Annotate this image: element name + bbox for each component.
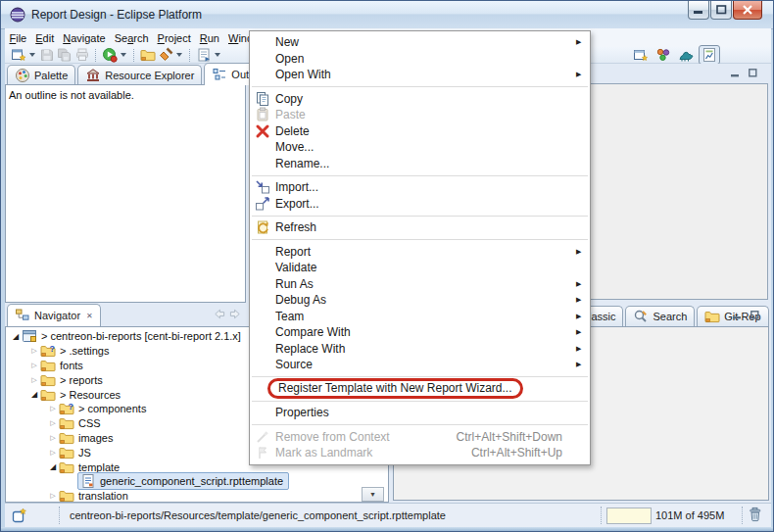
new-button[interactable] bbox=[10, 47, 38, 64]
collapsed-arrow-icon[interactable]: ▷ bbox=[47, 492, 59, 500]
tab-label: Search bbox=[653, 311, 687, 322]
context-menu-item-debug-as[interactable]: Debug As▶ bbox=[250, 292, 590, 309]
context-menu-item-open-with[interactable]: Open With▶ bbox=[250, 67, 590, 83]
import-icon bbox=[250, 179, 275, 195]
tree-item-label: > Resources bbox=[57, 389, 123, 401]
expanded-arrow-icon[interactable]: ◢ bbox=[10, 332, 22, 341]
camel-perspective-button[interactable] bbox=[676, 46, 696, 64]
context-menu-item-properties[interactable]: Properties bbox=[250, 405, 590, 421]
menubar-search[interactable]: Search bbox=[110, 30, 153, 46]
submenu-arrow-icon: ▶ bbox=[576, 280, 590, 288]
tab-navigator[interactable]: Navigator✕ bbox=[7, 304, 101, 326]
context-menu-item-compare-with[interactable]: Compare With▶ bbox=[250, 324, 590, 341]
back-arrow-icon[interactable] bbox=[213, 309, 225, 319]
plugins-perspective-button[interactable] bbox=[653, 46, 673, 64]
collapsed-arrow-icon[interactable]: ▷ bbox=[47, 405, 59, 412]
delete-icon bbox=[250, 123, 275, 139]
highlighter-button[interactable] bbox=[157, 47, 185, 64]
trash-icon bbox=[748, 506, 763, 523]
context-menu-item-import[interactable]: Import... bbox=[250, 179, 590, 196]
menu-item-label: Rename... bbox=[275, 157, 329, 170]
run-button[interactable] bbox=[101, 47, 129, 64]
context-menu-item-source[interactable]: Source▶ bbox=[250, 357, 590, 373]
menu-shortcut: Ctrl+Alt+Shift+Down bbox=[457, 430, 576, 444]
context-menu-item-rename[interactable]: Rename... bbox=[250, 156, 590, 172]
tree-item-label: > components bbox=[75, 403, 149, 414]
scroll-down-button[interactable]: ▼ bbox=[362, 487, 384, 502]
collapsed-arrow-icon[interactable]: ▷ bbox=[47, 434, 59, 442]
menubar-file[interactable]: File bbox=[5, 30, 31, 46]
minimize-panel-button[interactable] bbox=[731, 310, 744, 320]
minimize-button[interactable] bbox=[688, 1, 709, 20]
outline-message: An outline is not available. bbox=[6, 85, 245, 105]
heap-status-bar bbox=[606, 508, 652, 524]
context-menu-item-new[interactable]: New▶ bbox=[250, 34, 590, 51]
maximize-panel-button[interactable] bbox=[747, 68, 759, 78]
context-menu-item-report[interactable]: Report▶ bbox=[250, 244, 590, 261]
maximize-panel-button[interactable] bbox=[749, 310, 761, 320]
context-menu-item-open[interactable]: Open bbox=[250, 51, 590, 68]
tree-item-label: generic_component_script.rpttemplate bbox=[97, 475, 286, 487]
report-design-perspective-button[interactable] bbox=[699, 45, 720, 65]
submenu-arrow-icon: ▶ bbox=[576, 361, 590, 368]
new-perspective-button[interactable] bbox=[631, 46, 651, 64]
forward-arrow-icon[interactable] bbox=[229, 309, 242, 319]
menu-separator bbox=[252, 239, 588, 240]
folder-icon bbox=[59, 488, 75, 503]
report-template-file-icon bbox=[80, 473, 97, 489]
context-menu-item-run-as[interactable]: Run As▶ bbox=[250, 276, 590, 293]
collapsed-arrow-icon[interactable]: ▷ bbox=[47, 419, 59, 427]
open-file-button[interactable] bbox=[139, 47, 157, 64]
tab-search[interactable]: Search bbox=[625, 306, 695, 326]
tab-resource-explorer[interactable]: Resource Explorer bbox=[77, 65, 202, 85]
maximize-button[interactable] bbox=[710, 1, 732, 20]
expanded-arrow-icon[interactable]: ◢ bbox=[28, 390, 40, 399]
selected-item-box: generic_component_script.rpttemplate bbox=[77, 472, 289, 490]
close-tab-icon[interactable]: ✕ bbox=[86, 312, 93, 320]
panel-minimize-icon bbox=[733, 311, 742, 319]
folder-icon bbox=[40, 387, 57, 403]
menu-separator bbox=[252, 86, 588, 87]
tree-item-translation[interactable]: ▷translation bbox=[6, 489, 388, 503]
tab-palette[interactable]: Palette bbox=[7, 65, 75, 85]
collapsed-arrow-icon[interactable]: ▷ bbox=[47, 449, 59, 457]
tree-item-label: images bbox=[75, 432, 116, 444]
external-tools-button[interactable] bbox=[195, 47, 223, 64]
folder-question-icon: ? bbox=[59, 401, 75, 416]
context-menu-item-delete[interactable]: Delete bbox=[250, 123, 590, 140]
context-menu-item-copy[interactable]: Copy bbox=[250, 91, 590, 108]
context-menu-item-team[interactable]: Team▶ bbox=[250, 309, 590, 325]
palette-icon bbox=[15, 68, 30, 83]
tab-label: Palette bbox=[34, 70, 68, 81]
collapsed-arrow-icon[interactable]: ▷ bbox=[28, 347, 40, 355]
close-button[interactable] bbox=[733, 1, 762, 20]
garbage-collect-button[interactable] bbox=[748, 507, 763, 522]
context-menu-item-export[interactable]: Export... bbox=[250, 196, 590, 213]
menu-item-label: Open bbox=[275, 52, 304, 66]
context-menu-item-validate[interactable]: Validate bbox=[250, 260, 590, 276]
menubar-navigate[interactable]: Navigate bbox=[59, 30, 110, 46]
dropdown-arrow-icon[interactable] bbox=[176, 53, 182, 57]
context-menu-item-refresh[interactable]: Refresh bbox=[250, 219, 590, 236]
tree-item-generic-component-script-rpttemplate[interactable]: generic_component_script.rpttemplate bbox=[6, 474, 388, 489]
toolbar-separator bbox=[133, 49, 134, 62]
collapsed-arrow-icon[interactable]: ▷ bbox=[28, 362, 40, 369]
dropdown-arrow-icon[interactable] bbox=[29, 53, 35, 57]
menubar-project[interactable]: Project bbox=[153, 30, 195, 46]
menubar-run[interactable]: Run bbox=[195, 30, 223, 46]
menubar-edit[interactable]: Edit bbox=[31, 30, 59, 46]
dropdown-arrow-icon[interactable] bbox=[121, 53, 126, 57]
expanded-arrow-icon[interactable]: ◢ bbox=[47, 462, 59, 471]
tree-item-label: fonts bbox=[57, 360, 86, 371]
svg-text:?: ? bbox=[50, 344, 56, 354]
context-menu-item-register-template-with-new-report-wizard[interactable]: Register Template with New Report Wizard… bbox=[250, 381, 590, 398]
menu-item-label: Run As bbox=[275, 277, 314, 291]
context-menu-item-move[interactable]: Move... bbox=[250, 139, 590, 156]
minimize-panel-button[interactable] bbox=[729, 68, 742, 78]
collapsed-arrow-icon[interactable]: ▷ bbox=[28, 376, 40, 384]
context-menu-item-replace-with[interactable]: Replace With▶ bbox=[250, 341, 590, 358]
folder-icon bbox=[59, 415, 75, 431]
new-wizard-icon bbox=[11, 47, 26, 63]
dropdown-arrow-icon[interactable] bbox=[215, 53, 220, 57]
menu-item-label: New bbox=[275, 35, 299, 49]
